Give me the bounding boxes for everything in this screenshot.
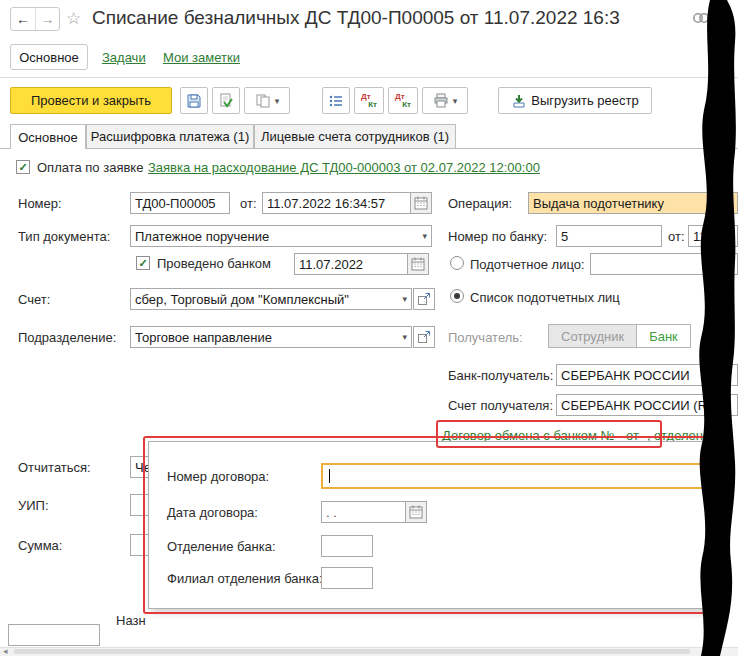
forward-button[interactable]: → [35, 8, 59, 30]
nav-section-main[interactable]: Основное [10, 44, 88, 70]
contract-date-field[interactable]: . . [321, 501, 406, 523]
calendar-icon [409, 505, 423, 519]
list-icon [328, 93, 344, 109]
bank-contract-popup: Номер договора: Дата договора: . . Отдел… [148, 441, 710, 609]
recipient-label: Получатель: [448, 330, 523, 345]
contract-number-label: Номер договора: [167, 469, 269, 484]
print-menu-button[interactable]: ▾ [422, 87, 468, 114]
accountable-person-field[interactable] [590, 253, 738, 275]
accounting-entries-button[interactable]: ДтКт [354, 87, 384, 114]
horizontal-scrollbar-thumb[interactable] [14, 649, 690, 654]
chevron-down-icon: ▾ [275, 96, 280, 106]
nav-link-notes[interactable]: Мои заметки [163, 50, 240, 65]
chain-link-icon [692, 11, 710, 25]
pay-by-request-checkbox[interactable]: ✓ [16, 160, 30, 174]
contract-date-calendar-button[interactable] [405, 501, 427, 523]
post-and-close-button[interactable]: Провести и закрыть [10, 87, 172, 114]
doc-type-combo[interactable]: Платежное поручение ▾ [130, 225, 432, 247]
recipient-toggle-group: Сотрудник Банк [548, 324, 691, 348]
branch-office-field[interactable] [321, 567, 373, 589]
export-registry-label: Выгрузить реестр [531, 93, 638, 108]
date-field[interactable]: 11.07.2022 16:34:57 [262, 192, 411, 214]
window-title: Списание безналичных ДС ТД00-П00005 от 1… [92, 7, 688, 29]
bank-branch-field[interactable] [321, 535, 373, 557]
number-field[interactable]: ТД00-П00005 [130, 192, 230, 214]
bottom-left-field[interactable] [8, 624, 100, 646]
related-documents-button[interactable] [322, 87, 350, 114]
bank-branch-label: Отделение банка: [167, 539, 276, 554]
export-icon [511, 93, 527, 109]
accounting-entries-alt-button[interactable]: ДтКт [388, 87, 418, 114]
bank-date-label: от: [668, 229, 685, 244]
date-label: от: [240, 196, 257, 211]
open-link-icon [417, 292, 431, 306]
account-open-button[interactable] [413, 288, 435, 310]
recipient-bank-label: Банк-получатель: [448, 368, 553, 383]
nav-link-tasks[interactable]: Задачи [102, 50, 146, 65]
get-link-icon[interactable] [692, 11, 710, 29]
recipient-bank-field[interactable]: СБЕРБАНК РОССИИ [556, 364, 738, 386]
chevron-down-icon: ▾ [453, 96, 458, 106]
bank-posted-calendar-button[interactable] [407, 253, 429, 275]
expense-request-link[interactable]: Заявка на расходование ДС ТД00-000003 от… [148, 160, 540, 175]
recipient-employee-toggle[interactable]: Сотрудник [549, 325, 637, 347]
branch-office-label: Филиал отделения банка: [167, 571, 323, 586]
bank-number-field[interactable]: 5 [556, 225, 662, 247]
contract-number-field[interactable] [321, 463, 707, 489]
printer-icon [433, 93, 449, 109]
accountable-list-label: Список подотчетных лиц [470, 290, 620, 305]
accountable-person-radio[interactable] [450, 256, 464, 270]
bank-posted-date-field[interactable]: 11.07.2022 [294, 253, 408, 275]
chevron-down-icon: ▾ [402, 332, 407, 342]
tab-payment-details[interactable]: Расшифровка платежа (1) [86, 124, 254, 149]
recipient-account-field[interactable]: СБЕРБАНК РОССИИ (RUB [556, 394, 738, 416]
number-label: Номер: [18, 196, 62, 211]
chevron-down-icon: ▾ [402, 294, 407, 304]
bank-number-label: Номер по банку: [448, 229, 547, 244]
recipient-account-label: Счет получателя: [448, 398, 553, 413]
report-by-label: Отчитаться: [18, 460, 91, 475]
open-link-icon [417, 330, 431, 344]
tab-main[interactable]: Основное [10, 124, 86, 149]
contract-date-label: Дата договора: [167, 505, 258, 520]
favorite-star-icon[interactable]: ☆ [66, 8, 81, 29]
tab-personal-accounts[interactable]: Лицевые счета сотрудников (1) [254, 124, 456, 149]
chevron-down-icon: ▾ [422, 231, 427, 241]
post-document-icon [218, 93, 234, 109]
accountable-person-label: Подотчетное лицо: [470, 257, 585, 272]
export-registry-button[interactable]: Выгрузить реестр [498, 87, 652, 114]
floppy-icon [186, 93, 202, 109]
bank-posted-label: Проведено банком [157, 256, 271, 271]
dtkt-icon: ДтКт [361, 93, 377, 109]
recipient-bank-toggle[interactable]: Банк [637, 325, 690, 347]
scroll-left-arrow[interactable]: ◂ [3, 646, 8, 656]
bank-posted-checkbox[interactable]: ✓ [136, 256, 150, 270]
calendar-icon [411, 257, 425, 271]
text-caret [329, 469, 330, 483]
save-button[interactable] [180, 87, 208, 114]
back-button[interactable]: ← [11, 8, 35, 30]
create-based-on-button[interactable]: ▾ [244, 87, 290, 114]
uip-label: УИП: [18, 498, 49, 513]
dtkt-icon: ДтКт [395, 93, 411, 109]
operation-field[interactable]: Выдача подотчетнику [528, 192, 738, 214]
account-label: Счет: [18, 292, 50, 307]
account-combo[interactable]: сбер, Торговый дом "Комплексный" ▾ [130, 288, 412, 310]
accountable-list-radio[interactable] [450, 289, 464, 303]
department-open-button[interactable] [413, 326, 435, 348]
bank-date-field[interactable]: 11.07 [688, 225, 738, 247]
post-document-button[interactable] [212, 87, 240, 114]
purpose-label: Назн [116, 613, 146, 628]
doc-type-label: Тип документа: [18, 229, 110, 244]
amount-label: Сумма: [18, 538, 62, 553]
copy-icon [255, 93, 271, 109]
operation-label: Операция: [448, 196, 512, 211]
pay-by-request-label: Оплата по заявке [37, 160, 143, 175]
calendar-icon [414, 196, 428, 210]
date-calendar-button[interactable] [410, 192, 432, 214]
history-nav-group: ← → [10, 7, 60, 31]
header-divider [0, 77, 738, 78]
department-combo[interactable]: Торговое направление ▾ [130, 326, 412, 348]
radio-dot [454, 293, 460, 299]
department-label: Подразделение: [18, 330, 116, 345]
